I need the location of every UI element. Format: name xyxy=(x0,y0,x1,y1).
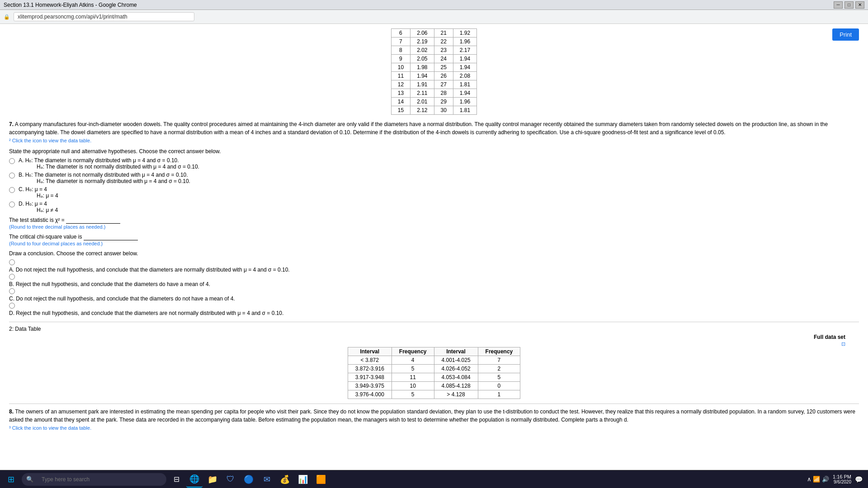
dowel-table-cell: 6 xyxy=(391,29,410,38)
clock-time: 1:16 PM xyxy=(833,474,851,479)
freq-table-cell: 4.001-4.025 xyxy=(434,356,478,365)
dowel-table-cell: 25 xyxy=(434,63,453,72)
edge-icon[interactable]: 🌐 xyxy=(186,471,203,488)
dowel-table-cell: 2.17 xyxy=(453,46,476,55)
frequency-table: Interval Frequency Interval Frequency < … xyxy=(348,347,521,399)
print-button[interactable]: Print xyxy=(832,28,859,41)
freq-table-row: 3.976-4.0005> 4.1281 xyxy=(348,390,520,399)
freq-table-cell: 0 xyxy=(478,382,520,390)
hypothesis-d-ha: Hₐ: μ ≠ 4 xyxy=(37,207,58,213)
freq-table-cell: 3.917-3.948 xyxy=(348,373,392,382)
dowel-table-cell: 21 xyxy=(434,29,453,38)
dowel-table-cell: 1.94 xyxy=(453,63,476,72)
problem-7-number: 7. xyxy=(9,121,14,127)
freq-table-cell: < 3.872 xyxy=(348,356,392,365)
excel-icon[interactable]: 📊 xyxy=(295,471,311,488)
dowel-table-cell: 1.98 xyxy=(410,63,434,72)
task-view-button[interactable]: ⊟ xyxy=(168,471,184,488)
dowel-table-cell: 1.96 xyxy=(453,38,476,46)
dowel-table-cell: 13 xyxy=(391,89,410,98)
mail-icon[interactable]: ✉ xyxy=(259,471,275,488)
system-tray: ∧ 📶 🔊 1:16 PM 9/6/2020 💬 xyxy=(807,474,866,484)
chrome-icon[interactable]: 🔵 xyxy=(241,471,257,488)
window-title: Section 13.1 Homework-Eliyah Atkins - Go… xyxy=(4,2,137,8)
conclusion-option-a[interactable]: A. Do not reject the null hypothesis, an… xyxy=(9,258,859,273)
windows-logo-icon: ⊞ xyxy=(8,474,14,484)
problem-8-section: 8. The owners of an amusement park are i… xyxy=(9,404,859,432)
freq-table-cell: 3.976-4.000 xyxy=(348,390,392,399)
freq-table-cell: 4 xyxy=(392,356,434,365)
hypothesis-option-b[interactable]: B. H₀: The diameter is not normally dist… xyxy=(9,172,859,184)
conclusion-radio-b[interactable] xyxy=(9,274,15,280)
content-area: Print 62.06211.9272.19221.9682.02232.179… xyxy=(0,24,868,470)
hypothesis-a-ha: Hₐ: The diameter is not normally distrib… xyxy=(37,164,199,170)
hypothesis-option-c[interactable]: C. H₀: μ = 4 Hₐ: μ = 4 xyxy=(9,186,859,199)
start-button[interactable]: ⊞ xyxy=(2,471,20,488)
dowel-table-cell: 10 xyxy=(391,63,410,72)
critical-value-input[interactable] xyxy=(84,234,138,240)
conclusion-radio-c[interactable] xyxy=(9,288,15,294)
window-controls[interactable]: ─ □ ✕ xyxy=(834,1,864,9)
copy-icon[interactable]: ⊡ xyxy=(9,341,845,347)
tray-icons: ∧ 📶 🔊 xyxy=(807,476,829,483)
dowel-table-cell: 1.81 xyxy=(453,106,476,115)
freq-table-cell: 5 xyxy=(392,365,434,373)
conclusion-option-b[interactable]: B. Reject the null hypothesis, and concl… xyxy=(9,273,859,287)
problem-8-text: The owners of an amusement park are inte… xyxy=(9,408,855,423)
draw-conclusion-label: Draw a conclusion. Choose the correct an… xyxy=(9,250,859,257)
address-bar[interactable]: xlitemprod.pearsoncmg.com/api/v1/print/m… xyxy=(14,12,194,21)
search-icon: 🔍 xyxy=(26,476,33,483)
freq-table-cell: 4.085-4.128 xyxy=(434,382,478,390)
notification-icon[interactable]: 💬 xyxy=(855,476,863,483)
freq-table-cell: 4.053-4.084 xyxy=(434,373,478,382)
dowel-table-cell: 2.08 xyxy=(453,72,476,80)
problem-8-footnote[interactable]: ³ Click the icon to view the data table. xyxy=(9,425,91,431)
shield-icon[interactable]: 🛡 xyxy=(222,471,239,488)
test-statistic-line: The test statistic is χ² = (Round to thr… xyxy=(9,217,859,230)
conclusion-radio-a[interactable] xyxy=(9,259,15,265)
conclusion-radio-d[interactable] xyxy=(9,303,15,309)
taskbar: ⊞ 🔍 ⊟ 🌐 📁 🛡 🔵 ✉ 💰 📊 🟧 ∧ 📶 🔊 1:16 PM 9/6/… xyxy=(0,470,868,488)
conclusion-option-c[interactable]: C. Do not reject the null hypothesis, an… xyxy=(9,287,859,302)
conclusion-a-text: Do not reject the null hypothesis, and c… xyxy=(16,267,290,273)
freq-table-row: 3.949-3.975104.085-4.1280 xyxy=(348,382,520,390)
dowel-table-cell: 27 xyxy=(434,80,453,89)
dowel-table-cell: 7 xyxy=(391,38,410,46)
maximize-button[interactable]: □ xyxy=(844,1,854,9)
hypothesis-radio-d[interactable] xyxy=(9,202,15,207)
option-c-label: C. xyxy=(19,186,24,192)
powerpoint-icon[interactable]: 🟧 xyxy=(313,471,329,488)
dowel-table-cell: 2.06 xyxy=(410,29,434,38)
freq-table-row: 3.917-3.948114.053-4.0845 xyxy=(348,373,520,382)
dowel-table-cell: 11 xyxy=(391,72,410,80)
dowel-table: 62.06211.9272.19221.9682.02232.1792.0524… xyxy=(391,28,477,115)
title-bar: Section 13.1 Homework-Eliyah Atkins - Go… xyxy=(0,0,868,10)
dowel-table-cell: 28 xyxy=(434,89,453,98)
hypothesis-option-a[interactable]: A. H₀: The diameter is normally distribu… xyxy=(9,157,859,170)
dowel-table-cell: 1.92 xyxy=(453,29,476,38)
problem-7-text: A company manufactures four-inch-diamete… xyxy=(9,121,828,136)
minimize-button[interactable]: ─ xyxy=(834,1,843,9)
conclusion-option-d[interactable]: D. Reject the null hypothesis, and concl… xyxy=(9,302,859,316)
freq-table-cell: 7 xyxy=(478,356,520,365)
dowel-table-cell: 14 xyxy=(391,98,410,106)
calculator-icon[interactable]: 💰 xyxy=(277,471,293,488)
hypothesis-option-d[interactable]: D. H₀: μ = 4 Hₐ: μ ≠ 4 xyxy=(9,201,859,213)
hypothesis-b-h0: H₀: The diameter is not normally distrib… xyxy=(25,172,188,178)
file-explorer-icon[interactable]: 📁 xyxy=(204,471,221,488)
option-a-label: A. xyxy=(19,157,24,164)
search-bar[interactable]: 🔍 xyxy=(22,473,166,486)
problem-7-footnote[interactable]: ² Click the icon to view the data table. xyxy=(9,138,91,143)
close-button[interactable]: ✕ xyxy=(855,1,864,9)
dowel-table-cell: 9 xyxy=(391,55,410,63)
freq-table-cell: 4.026-4.052 xyxy=(434,365,478,373)
freq-col-interval1: Interval xyxy=(348,347,392,356)
freq-table-cell: 2 xyxy=(478,365,520,373)
browser-chrome: 🔒 xlitemprod.pearsoncmg.com/api/v1/print… xyxy=(0,10,868,24)
test-stat-input[interactable] xyxy=(66,217,120,224)
hypothesis-radio-b[interactable] xyxy=(9,173,15,178)
taskbar-search-input[interactable] xyxy=(36,473,154,486)
hypothesis-radio-c[interactable] xyxy=(9,187,15,193)
problem-7-section: 7. A company manufactures four-inch-diam… xyxy=(9,120,859,145)
hypothesis-radio-a[interactable] xyxy=(9,158,15,164)
